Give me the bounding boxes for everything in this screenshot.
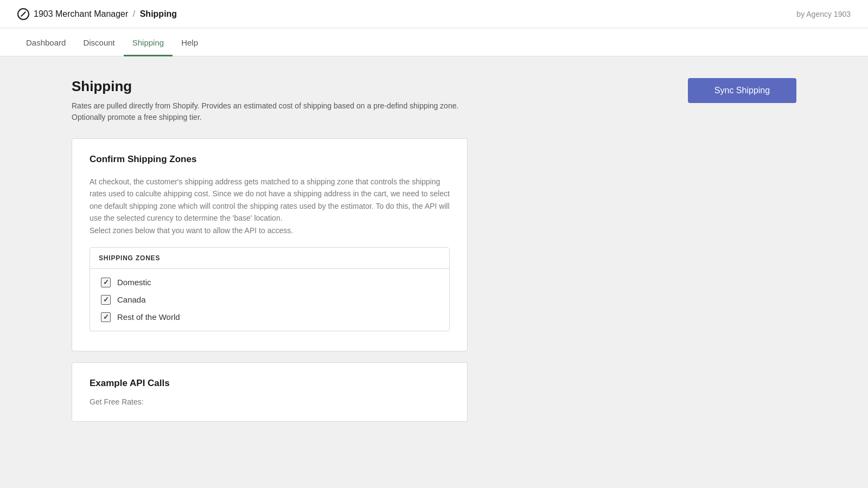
example-api-card: Example API Calls Get Free Rates: — [72, 362, 468, 422]
header-left: 1903 Merchant Manager / Shipping — [17, 8, 177, 20]
page-header: Shipping Rates are pulled directly from … — [72, 78, 462, 123]
zone-item-domestic: Domestic — [101, 278, 438, 287]
zone-checkbox-canada[interactable] — [101, 295, 111, 305]
nav-item-dashboard[interactable]: Dashboard — [17, 30, 74, 56]
main-nav: Dashboard Discount Shipping Help — [0, 28, 868, 56]
api-card-title: Example API Calls — [90, 378, 450, 389]
confirm-zones-title: Confirm Shipping Zones — [90, 154, 450, 165]
title-separator: / — [133, 9, 135, 18]
nav-item-shipping[interactable]: Shipping — [124, 30, 173, 56]
title-active: Shipping — [140, 9, 177, 18]
shipping-zones-table: SHIPPING ZONES Domestic Canada Rest of t… — [90, 247, 450, 331]
confirm-zones-description: At checkout, the customer's shipping add… — [90, 176, 450, 236]
zone-label-canada: Canada — [117, 295, 146, 304]
zone-item-rest-of-world: Rest of the World — [101, 312, 438, 322]
app-title: 1903 Merchant Manager / Shipping — [34, 9, 177, 19]
zone-label-domestic: Domestic — [117, 278, 151, 287]
main-content: Sync Shipping Shipping Rates are pulled … — [54, 56, 814, 444]
confirm-shipping-zones-card: Confirm Shipping Zones At checkout, the … — [72, 138, 468, 351]
nav-item-help[interactable]: Help — [173, 30, 207, 56]
zone-label-rest-of-world: Rest of the World — [117, 312, 180, 322]
page-title: Shipping — [72, 78, 462, 95]
app-logo-icon — [17, 8, 29, 20]
shipping-zones-body: Domestic Canada Rest of the World — [90, 269, 449, 331]
get-free-rates-label: Get Free Rates: — [90, 397, 450, 406]
sync-shipping-button[interactable]: Sync Shipping — [688, 78, 796, 103]
shipping-zones-header: SHIPPING ZONES — [90, 248, 449, 269]
title-prefix: 1903 Merchant Manager — [34, 9, 128, 18]
zone-checkbox-domestic[interactable] — [101, 278, 111, 287]
nav-item-discount[interactable]: Discount — [74, 30, 123, 56]
by-agency-label: by Agency 1903 — [796, 10, 851, 18]
app-header: 1903 Merchant Manager / Shipping by Agen… — [0, 0, 868, 28]
page-description: Rates are pulled directly from Shopify. … — [72, 100, 462, 123]
zone-checkbox-rest-of-world[interactable] — [101, 312, 111, 322]
zone-item-canada: Canada — [101, 295, 438, 305]
